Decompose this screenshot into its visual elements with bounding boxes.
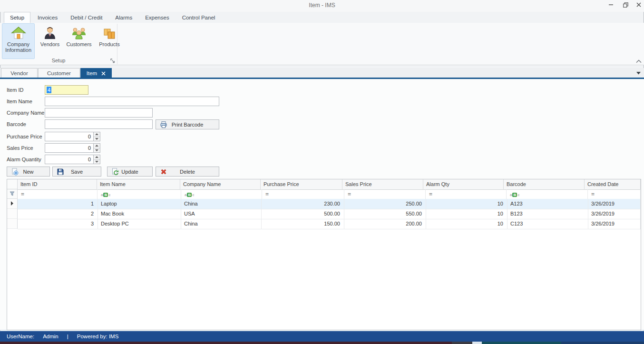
title-bar: Item - IMS bbox=[0, 0, 644, 12]
cell-item-name[interactable]: Desktop PC bbox=[98, 219, 181, 229]
ribbon-tab-debit-credit[interactable]: Debit / Credit bbox=[65, 12, 108, 23]
purchase-price-field[interactable]: 0 bbox=[45, 132, 100, 141]
ribbon-tab-alarms[interactable]: Alarms bbox=[109, 12, 138, 23]
ribbon-items: Company InformationVendorsCustomersProdu… bbox=[2, 23, 126, 59]
doc-tab-item[interactable]: Item bbox=[80, 68, 112, 78]
cell-item-name[interactable]: Laptop bbox=[98, 199, 181, 209]
filter-cell-alarm-qty[interactable]: = bbox=[426, 189, 507, 199]
column-header-created-date[interactable]: Created Date bbox=[585, 179, 641, 190]
delete-button[interactable]: Delete bbox=[156, 167, 219, 177]
item-id-field[interactable]: 4 bbox=[45, 85, 88, 95]
cell-created-date[interactable]: 3/26/2019 bbox=[588, 199, 641, 209]
cell-sales-price[interactable]: 200.00 bbox=[344, 219, 426, 229]
cell-item-id[interactable]: 1 bbox=[18, 199, 98, 209]
ribbon-item-company-information[interactable]: Company Information bbox=[2, 23, 35, 59]
ribbon-group-separator bbox=[117, 24, 117, 64]
column-header-barcode[interactable]: Barcode bbox=[504, 179, 585, 190]
row-indicator bbox=[7, 209, 18, 219]
cell-item-name[interactable]: Mac Book bbox=[98, 209, 181, 219]
filter-cell-item-id[interactable]: = bbox=[18, 189, 98, 199]
cell-item-id[interactable]: 3 bbox=[18, 219, 98, 229]
spinner-up-button[interactable] bbox=[94, 155, 100, 160]
table-row[interactable]: 2Mac BookUSA500.00550.0010B1233/26/2019 bbox=[7, 209, 641, 219]
column-header-item-id[interactable]: Item ID bbox=[18, 179, 97, 190]
ribbon-tab-setup[interactable]: Setup bbox=[4, 12, 30, 23]
cell-company-name[interactable]: China bbox=[181, 199, 262, 209]
column-header-company-name[interactable]: Company Name bbox=[180, 179, 261, 190]
column-header-item-name[interactable]: Item Name bbox=[97, 179, 180, 190]
filter-cell-company-name[interactable]: aBc bbox=[181, 189, 262, 199]
cell-barcode[interactable]: B123 bbox=[507, 209, 588, 219]
cell-created-date[interactable]: 3/26/2019 bbox=[588, 219, 641, 229]
ribbon-collapse-button[interactable] bbox=[636, 59, 643, 64]
minimize-button[interactable] bbox=[606, 1, 616, 10]
dialog-launcher-icon bbox=[110, 59, 116, 65]
username-label: UserName: bbox=[7, 334, 34, 339]
taskbar-segment bbox=[452, 342, 472, 344]
table-row[interactable]: 3Desktop PCChina150.00200.0010C1233/26/2… bbox=[7, 219, 641, 229]
new-button[interactable]: New bbox=[7, 167, 50, 177]
ribbon-tab-expenses[interactable]: Expenses bbox=[139, 12, 175, 23]
ribbon-item-vendors[interactable]: Vendors bbox=[39, 23, 61, 59]
spinner-down-button[interactable] bbox=[94, 160, 100, 164]
cell-created-date[interactable]: 3/26/2019 bbox=[588, 209, 641, 219]
spinner-down-button[interactable] bbox=[94, 148, 100, 153]
barcode-field[interactable] bbox=[45, 119, 153, 129]
save-button[interactable]: Save bbox=[52, 167, 101, 177]
cell-barcode[interactable]: C123 bbox=[507, 219, 588, 229]
filter-cell-created-date[interactable]: = bbox=[588, 189, 641, 199]
delete-icon bbox=[160, 168, 167, 177]
column-header-purchase-price[interactable]: Purchase Price bbox=[261, 179, 342, 190]
column-header-alarm-qty[interactable]: Alarm Qty bbox=[423, 179, 504, 190]
cell-barcode[interactable]: A123 bbox=[507, 199, 588, 209]
abc-filter-icon: aBc bbox=[101, 191, 110, 197]
chevron-up-icon bbox=[636, 59, 642, 64]
filter-cell-purchase-price[interactable]: = bbox=[262, 189, 344, 199]
minimize-icon bbox=[609, 2, 614, 8]
cell-purchase-price[interactable]: 500.00 bbox=[262, 209, 344, 219]
filter-row-indicator bbox=[7, 189, 18, 199]
row-indicator bbox=[7, 219, 18, 229]
cell-alarm-qty[interactable]: 10 bbox=[426, 219, 507, 229]
item-name-label: Item Name bbox=[7, 97, 32, 106]
tab-list-dropdown[interactable] bbox=[636, 70, 642, 75]
sales-price-field[interactable]: 0 bbox=[45, 143, 100, 153]
doc-tab-customer[interactable]: Customer bbox=[38, 68, 80, 78]
alarm-quantity-field[interactable]: 0 bbox=[45, 155, 100, 164]
dialog-launcher-button[interactable] bbox=[110, 59, 117, 64]
taskbar-strip bbox=[0, 342, 644, 344]
item-name-field[interactable] bbox=[45, 97, 219, 106]
ribbon-tab-control-panel[interactable]: Control Panel bbox=[176, 12, 221, 23]
cell-item-id[interactable]: 2 bbox=[18, 209, 98, 219]
cell-company-name[interactable]: USA bbox=[181, 209, 262, 219]
equals-filter-icon: = bbox=[21, 191, 24, 197]
ribbon-tab-row: SetupInvoicesDebit / CreditAlarmsExpense… bbox=[4, 12, 222, 23]
tab-close-icon[interactable] bbox=[101, 71, 106, 76]
cell-alarm-qty[interactable]: 10 bbox=[426, 199, 507, 209]
cell-alarm-qty[interactable]: 10 bbox=[426, 209, 507, 219]
update-button[interactable]: Update bbox=[107, 167, 153, 177]
cell-sales-price[interactable]: 250.00 bbox=[344, 199, 426, 209]
spinner-up-button[interactable] bbox=[94, 144, 100, 148]
spinner-down-button[interactable] bbox=[94, 137, 100, 141]
column-header-sales-price[interactable]: Sales Price bbox=[342, 179, 423, 190]
filter-cell-item-name[interactable]: aBc bbox=[98, 189, 181, 199]
doc-tabs: VendorCustomerItem bbox=[1, 68, 112, 78]
filter-cell-barcode[interactable]: aBc bbox=[507, 189, 588, 199]
spinner-up-button[interactable] bbox=[94, 132, 100, 137]
barcode-label: Barcode bbox=[7, 119, 26, 129]
cell-purchase-price[interactable]: 230.00 bbox=[262, 199, 344, 209]
ribbon-tab-invoices[interactable]: Invoices bbox=[32, 12, 63, 23]
restore-button[interactable] bbox=[620, 1, 631, 10]
cell-company-name[interactable]: China bbox=[181, 219, 262, 229]
doc-tab-vendor[interactable]: Vendor bbox=[1, 68, 38, 78]
filter-cell-sales-price[interactable]: = bbox=[344, 189, 426, 199]
ribbon-item-customers[interactable]: Customers bbox=[65, 23, 93, 59]
close-button[interactable] bbox=[634, 1, 644, 10]
ribbon-item-products[interactable]: Products bbox=[97, 23, 122, 59]
cell-sales-price[interactable]: 550.00 bbox=[344, 209, 426, 219]
print-barcode-button[interactable]: Print Barcode bbox=[156, 119, 219, 129]
table-row[interactable]: 1LaptopChina230.00250.0010A1233/26/2019 bbox=[7, 199, 641, 209]
company-name-field[interactable] bbox=[45, 108, 153, 118]
cell-purchase-price[interactable]: 150.00 bbox=[262, 219, 344, 229]
